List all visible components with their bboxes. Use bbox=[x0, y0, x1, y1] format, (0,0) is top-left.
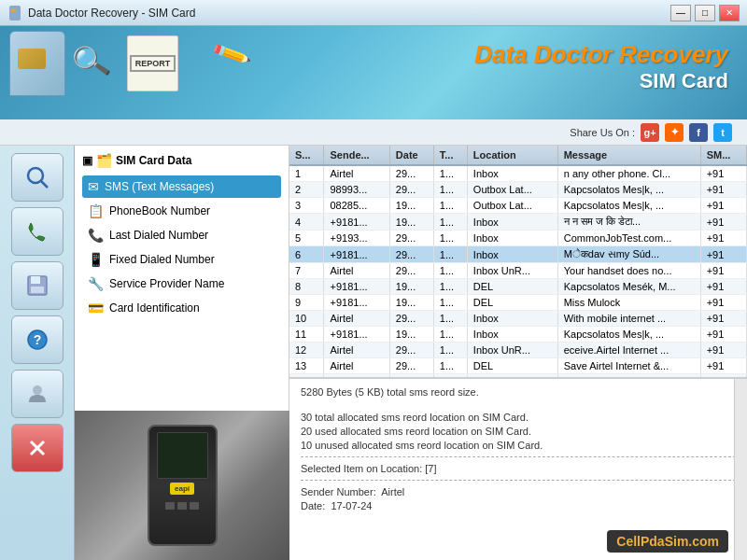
cell-sms: +91 bbox=[700, 327, 746, 343]
tree-item-sms-label: SMS (Text Messages) bbox=[105, 180, 214, 193]
logo-area: 🔍 REPORT ✏️ bbox=[9, 31, 178, 96]
table-row[interactable]: 12Airtel29...1...Inbox UnR...eceive.Airt… bbox=[289, 343, 747, 358]
cell-sms: +91 bbox=[700, 165, 746, 182]
tree-item-card-id[interactable]: 💳 Card Identification bbox=[82, 297, 281, 319]
phonebook-icon: 📋 bbox=[88, 203, 104, 218]
window-controls[interactable]: — □ ✕ bbox=[670, 5, 740, 21]
device-image-area: eapí bbox=[75, 411, 289, 560]
twitter-icon[interactable]: t bbox=[713, 123, 732, 142]
facebook-icon[interactable]: f bbox=[689, 123, 708, 142]
cell-sms: +91 bbox=[700, 295, 746, 311]
cell-s_no: 1 bbox=[289, 165, 324, 182]
cell-date: 29... bbox=[389, 246, 433, 263]
table-row[interactable]: 8+9181...19...1...DELKapcsolatos Mesék, … bbox=[289, 279, 747, 295]
sim-chip-graphic bbox=[18, 49, 46, 69]
col-sno: S... bbox=[289, 146, 324, 165]
cell-type: 1... bbox=[433, 263, 467, 279]
table-row[interactable]: 7Airtel29...1...Inbox UnR...Your handset… bbox=[289, 263, 747, 279]
table-row[interactable]: 10Airtel29...1...InboxWith mobile intern… bbox=[289, 311, 747, 327]
cell-location: DEL bbox=[467, 295, 557, 311]
cell-sms: +91 bbox=[700, 343, 746, 358]
cell-date: 29... bbox=[389, 182, 433, 198]
info-panel: 5280 Bytes (5 KB) total sms reord size. … bbox=[289, 378, 747, 560]
cell-location: Inbox bbox=[467, 327, 557, 343]
cell-location: Inbox bbox=[467, 165, 557, 182]
table-row[interactable]: 5+9193...29...1...InboxCommonJobTest.com… bbox=[289, 231, 747, 246]
fixed-dialed-icon: 📱 bbox=[88, 252, 104, 267]
card-id-icon: 💳 bbox=[88, 301, 104, 315]
cell-type: 1... bbox=[433, 231, 467, 246]
sms-table-container[interactable]: S... Sende... Date T... Location Message… bbox=[289, 146, 747, 378]
user-button[interactable] bbox=[11, 370, 63, 418]
phone-button[interactable] bbox=[11, 207, 63, 256]
app-title-sub: SIM Card bbox=[474, 69, 728, 93]
tree-item-service-provider[interactable]: 🔧 Service Provider Name bbox=[82, 273, 281, 295]
tree-item-sms[interactable]: ✉ SMS (Text Messages) bbox=[82, 175, 281, 198]
table-row[interactable]: 6+9181...29...1...InboxMेकdav સmy Súd...… bbox=[289, 246, 747, 263]
close-sidebar-button[interactable] bbox=[11, 424, 63, 472]
help-button[interactable]: ? bbox=[11, 315, 63, 364]
cell-s_no: 11 bbox=[289, 327, 324, 343]
tree-panel: ▣ 🗂️ SIM Card Data ✉ SMS (Text Messages)… bbox=[75, 146, 289, 411]
scan-button[interactable] bbox=[11, 153, 63, 202]
cell-sender: +9181... bbox=[324, 279, 389, 295]
tree-item-service-provider-label: Service Provider Name bbox=[109, 277, 224, 290]
table-row[interactable]: 298993...29...1...Outbox Lat...Kapcsolat… bbox=[289, 182, 747, 198]
minimize-button[interactable]: — bbox=[670, 5, 691, 21]
maximize-button[interactable]: □ bbox=[695, 5, 715, 21]
cell-location: Inbox bbox=[467, 246, 557, 263]
cell-type: 1... bbox=[433, 327, 467, 343]
table-row[interactable]: 308285...19...1...Outbox Lat...Kapcsolat… bbox=[289, 198, 747, 214]
device-body: eapí bbox=[148, 425, 218, 546]
close-button[interactable]: ✕ bbox=[719, 5, 740, 21]
table-row[interactable]: 4+9181...19...1...Inboxन न सम ज कि डेटा.… bbox=[289, 214, 747, 231]
social-bar: Share Us On : g+ ✦ f t bbox=[0, 119, 747, 146]
cell-type: 1... bbox=[433, 198, 467, 214]
cell-message: Your handset does no... bbox=[557, 263, 700, 279]
svg-point-2 bbox=[28, 168, 43, 183]
cell-s_no: 3 bbox=[289, 198, 324, 214]
cell-sender: Airtel bbox=[324, 358, 389, 374]
cell-message: eceive.Airtel Internet ... bbox=[557, 343, 700, 358]
cell-date: 19... bbox=[389, 327, 433, 343]
sms-icon: ✉ bbox=[88, 179, 99, 194]
cell-type: 1... bbox=[433, 358, 467, 374]
svg-rect-1 bbox=[10, 8, 16, 12]
total-allocated-line: 30 total allocated sms reord location on… bbox=[301, 412, 736, 423]
cell-s_no: 5 bbox=[289, 231, 324, 246]
tree-item-phonebook[interactable]: 📋 PhoneBook Number bbox=[82, 200, 281, 222]
table-row[interactable]: 9+9181...19...1...DELMiss Mulock+91 bbox=[289, 295, 747, 311]
tree-item-last-dialed[interactable]: 📞 Last Dialed Number bbox=[82, 224, 281, 246]
cell-location: Inbox bbox=[467, 231, 557, 246]
svg-rect-6 bbox=[31, 287, 44, 293]
cell-s_no: 10 bbox=[289, 311, 324, 327]
cell-location: Inbox bbox=[467, 311, 557, 327]
cell-sender: 08285... bbox=[324, 198, 389, 214]
table-row[interactable]: 11+9181...19...1...InboxKapcsolatos Mes|… bbox=[289, 327, 747, 343]
tree-item-fixed-dialed[interactable]: 📱 Fixed Dialed Number bbox=[82, 248, 281, 271]
cell-location: Outbox Lat... bbox=[467, 198, 557, 214]
sim-card-graphic bbox=[9, 31, 65, 96]
cell-location: DEL bbox=[467, 358, 557, 374]
google-plus-icon[interactable]: g+ bbox=[641, 123, 659, 142]
cell-message: Kapcsolatos Mes|k, ... bbox=[557, 182, 700, 198]
cell-sender: Airtel bbox=[324, 165, 389, 182]
cell-sender: +9193... bbox=[324, 231, 389, 246]
tree-item-card-id-label: Card Identification bbox=[109, 301, 200, 315]
svg-point-9 bbox=[33, 385, 42, 395]
sender-value: Airtel bbox=[381, 486, 404, 497]
table-row[interactable]: 13Airtel29...1...DELSave Airtel Internet… bbox=[289, 358, 747, 374]
cell-type: 1... bbox=[433, 343, 467, 358]
svg-rect-5 bbox=[31, 276, 40, 284]
rss-icon[interactable]: ✦ bbox=[665, 123, 684, 142]
selected-location-line: Selected Item on Location: [7] bbox=[301, 463, 736, 474]
info-scrollbar[interactable] bbox=[734, 379, 747, 560]
table-row[interactable]: 1Airtel29...1...Inboxn any other phone. … bbox=[289, 165, 747, 182]
save-button[interactable] bbox=[11, 261, 63, 310]
cell-message: CommonJobTest.com... bbox=[557, 231, 700, 246]
col-sender: Sende... bbox=[324, 146, 389, 165]
cell-sender: 98993... bbox=[324, 182, 389, 198]
cell-type: 1... bbox=[433, 279, 467, 295]
used-allocated-line: 20 used allocated sms reord location on … bbox=[301, 426, 736, 437]
cell-date: 29... bbox=[389, 231, 433, 246]
